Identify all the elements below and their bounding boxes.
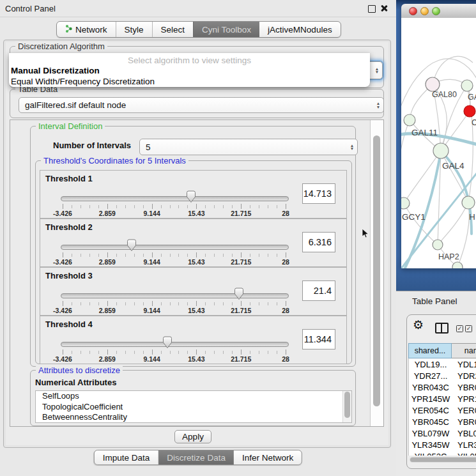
float-window-icon[interactable]	[368, 5, 376, 13]
table-cell[interactable]: YDL19...	[409, 358, 452, 370]
window-minimize-icon[interactable]	[420, 7, 429, 15]
settings-scrollbar[interactable]	[370, 120, 383, 426]
node-label: HAP2	[438, 252, 459, 261]
network-node[interactable]	[462, 196, 475, 209]
network-node[interactable]	[401, 197, 410, 209]
tab-cyni-toolbox[interactable]: Cyni Toolbox	[193, 22, 259, 37]
close-icon[interactable]	[380, 4, 388, 12]
table-cell[interactable]: YBR045C	[409, 416, 452, 427]
node-label: GAL80	[432, 90, 457, 99]
tab-label: jActiveMNodules	[268, 25, 332, 35]
slider-tick	[81, 205, 81, 208]
table-data-combo[interactable]: galFiltered.sif default node ▲▼	[19, 97, 384, 113]
list-scrollbar[interactable]	[342, 391, 351, 422]
table-cell[interactable]: YPR145W	[452, 393, 476, 404]
table-column-header[interactable]: shared...	[408, 343, 452, 358]
table-cell[interactable]: YIL052C	[452, 450, 476, 456]
table-row[interactable]: YPR145WYPR145W	[409, 393, 476, 404]
table-cell[interactable]: YBL079W	[452, 427, 476, 439]
window-zoom-icon[interactable]	[432, 7, 440, 15]
table-cell[interactable]: YDL19	[452, 358, 476, 370]
network-icon	[65, 24, 72, 35]
table-cell[interactable]: YER054C	[409, 404, 452, 416]
tab-infer-network[interactable]: Infer Network	[234, 450, 302, 464]
table-cell[interactable]: YPR145W	[409, 393, 452, 404]
num-intervals-combo[interactable]: 5 ▲▼	[139, 139, 358, 155]
split-columns-icon[interactable]	[435, 323, 449, 334]
table-cell[interactable]: YBR043C	[409, 381, 452, 393]
algorithm-dropdown-popup: Select algorithm to view settings Manual…	[9, 53, 370, 87]
slider-tick	[125, 254, 126, 257]
slider-tick	[161, 351, 162, 354]
table-cell[interactable]: YLR345W	[452, 439, 476, 450]
slider-tick	[116, 351, 117, 354]
table-row[interactable]: YDR27...YDR27	[409, 370, 476, 381]
table-row[interactable]: YDL19...YDL19	[409, 358, 476, 370]
table-cell[interactable]: YDR27	[452, 370, 476, 381]
table-row[interactable]: YBR045CYBR045C	[409, 416, 476, 427]
checkbox-icon[interactable]	[456, 325, 463, 332]
network-node[interactable]	[464, 105, 475, 117]
tab-style[interactable]: Style	[116, 22, 152, 37]
table-row[interactable]: YBL079WYBL079W	[409, 427, 476, 439]
mouse-cursor	[362, 229, 369, 239]
table-row[interactable]: YIL052CYIL052C	[409, 450, 476, 456]
algorithm-option[interactable]: Equal Width/Frequency Discretization	[9, 76, 370, 87]
checkbox-icon[interactable]	[465, 325, 472, 332]
slider-thumb[interactable]	[127, 239, 137, 254]
threshold-slider[interactable]: -3.4262.8599.14415.4321.71528	[40, 219, 346, 266]
table-row[interactable]: YBR043CYBR043C	[409, 381, 476, 393]
table-cell[interactable]: YBR045C	[452, 416, 476, 427]
attribute-list-item[interactable]: BetweennessCentrality	[36, 412, 351, 423]
tab-network[interactable]: Network	[57, 22, 116, 37]
table-panel-titlebar: Table Panel	[396, 291, 476, 312]
table-column-header[interactable]: name	[452, 343, 476, 358]
network-node[interactable]	[452, 262, 463, 268]
tab-discretize-data[interactable]: Discretize Data	[158, 450, 234, 464]
algorithm-option[interactable]: Manual Discretization	[9, 65, 370, 76]
threshold-slider[interactable]: -3.4262.8599.14415.4321.71528	[40, 268, 346, 315]
tab-select[interactable]: Select	[152, 22, 194, 37]
table-cell[interactable]: YER054C	[452, 404, 476, 416]
slider-tick	[98, 351, 99, 354]
table-cell[interactable]: YLR345W	[409, 439, 452, 450]
network-node[interactable]	[433, 143, 449, 158]
table-cell[interactable]: YBR043C	[452, 381, 476, 393]
slider-thumb[interactable]	[234, 288, 244, 303]
tab-impute-data[interactable]: Impute Data	[95, 450, 158, 464]
slider-thumb[interactable]	[162, 336, 173, 351]
attribute-list-item[interactable]: TopologicalCoefficient	[36, 402, 351, 413]
window-close-icon[interactable]	[409, 7, 417, 15]
table-row[interactable]: YER054CYER054C	[409, 404, 476, 416]
slider-tick	[107, 349, 108, 355]
apply-button[interactable]: Apply	[174, 430, 211, 443]
network-node[interactable]	[433, 240, 443, 250]
table-cell[interactable]: YDR27...	[409, 370, 452, 381]
gear-icon[interactable]: ⚙	[413, 318, 424, 332]
tab-label: Select	[161, 25, 185, 35]
table-cell[interactable]: YBL079W	[409, 427, 452, 439]
table-cell[interactable]: YIL052C	[409, 450, 452, 456]
table-horizontal-scrollbar[interactable]	[410, 457, 476, 463]
slider-tick	[152, 252, 153, 257]
slider-thumb[interactable]	[186, 190, 196, 206]
slider-tick	[196, 204, 197, 209]
slider-tick	[134, 302, 135, 305]
network-window[interactable]: GAL80GACGAL11GAL4GCY1HHAP2	[401, 4, 476, 268]
threshold-slider[interactable]: -3.4262.8599.14415.4321.71528	[40, 171, 346, 218]
attributes-group-title: Attributes to discretize	[36, 365, 123, 375]
num-intervals-label: Number of Intervals	[53, 141, 131, 150]
tab-jactivemnodules[interactable]: jActiveMNodules	[259, 22, 341, 37]
slider-tick	[63, 204, 63, 209]
network-node[interactable]	[426, 77, 440, 91]
network-view[interactable]: GAL80GACGAL11GAL4GCY1HHAP2	[401, 18, 476, 268]
network-node[interactable]	[404, 114, 415, 126]
threshold-value-field[interactable]: 14.713	[302, 183, 335, 204]
threshold-value-field[interactable]: 21.4	[302, 280, 335, 301]
attribute-list-item[interactable]: SelfLoops	[36, 391, 351, 402]
table-row[interactable]: YLR345WYLR345W	[409, 439, 476, 450]
threshold-slider[interactable]: -3.4262.8599.14415.4321.71528	[40, 316, 346, 364]
threshold-value-field[interactable]: 6.316	[302, 232, 335, 252]
threshold-value-field[interactable]: 11.344	[302, 329, 335, 349]
network-node[interactable]	[461, 80, 473, 91]
